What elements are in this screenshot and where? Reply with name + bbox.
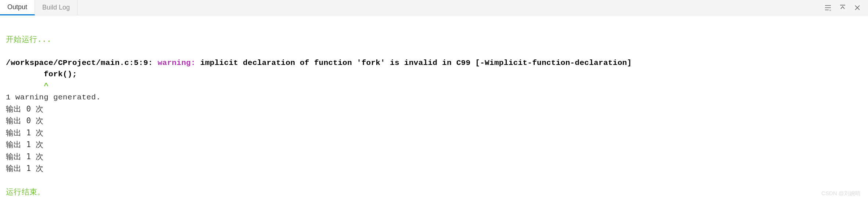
end-message: 运行结束。 xyxy=(6,187,45,196)
warning-line: /workspace/CProject/main.c:5:9: warning:… xyxy=(6,59,632,67)
tab-output[interactable]: Output xyxy=(0,0,35,15)
warning-label: warning: xyxy=(158,59,196,67)
collapse-up-icon[interactable] xyxy=(839,4,847,12)
warning-location: /workspace/CProject/main.c:5:9: xyxy=(6,59,158,67)
warning-code: fork(); xyxy=(6,70,77,79)
start-message: 开始运行... xyxy=(6,35,51,44)
warning-caret: ^ xyxy=(6,82,49,90)
close-icon[interactable] xyxy=(853,4,861,12)
output-content: 开始运行... /workspace/CProject/main.c:5:9: … xyxy=(0,15,868,202)
output-line: 输出 1 次 xyxy=(6,128,44,137)
tab-bar: Output Build Log x xyxy=(0,0,868,15)
warning-text: implicit declaration of function 'fork' … xyxy=(196,59,632,67)
watermark: CSDN @刘婉晴 xyxy=(821,190,861,197)
tab-build-log[interactable]: Build Log xyxy=(35,0,78,15)
tab-controls: x xyxy=(824,0,868,15)
output-line: 输出 0 次 xyxy=(6,105,44,113)
output-line: 输出 1 次 xyxy=(6,140,44,149)
output-line: 输出 1 次 xyxy=(6,152,44,161)
warning-summary: 1 warning generated. xyxy=(6,93,101,102)
svg-text:x: x xyxy=(829,8,831,11)
output-line: 输出 0 次 xyxy=(6,116,44,125)
output-line: 输出 1 次 xyxy=(6,164,44,173)
wrap-lines-icon[interactable]: x xyxy=(824,4,832,12)
